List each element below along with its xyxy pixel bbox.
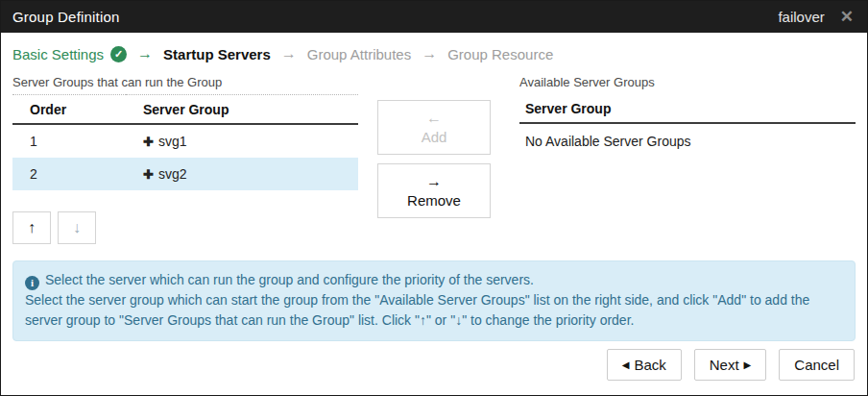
- move-down-button[interactable]: ↓: [58, 211, 96, 244]
- server-group-name: svg2: [158, 166, 187, 182]
- left-panel-label: Server Groups that can run the Group: [12, 75, 358, 89]
- no-available-groups-text: No Available Server Groups: [519, 124, 856, 149]
- arrow-up-icon: ↑: [28, 219, 36, 236]
- info-box: iSelect the server which can run the gro…: [12, 260, 856, 341]
- info-line-1: iSelect the server which can run the gro…: [25, 270, 843, 290]
- cancel-button[interactable]: Cancel: [779, 349, 855, 381]
- back-button-label: Back: [634, 357, 665, 373]
- close-icon[interactable]: ✕: [840, 9, 854, 25]
- dialog-title: Group Definition: [12, 9, 778, 25]
- column-header-order: Order: [12, 95, 126, 125]
- step-startup-servers: Startup Servers: [163, 46, 271, 62]
- info-text-1: Select the server which can run the grou…: [45, 272, 534, 287]
- next-button-label: Next: [710, 357, 739, 373]
- triangle-right-icon: ▶: [744, 359, 752, 370]
- step-arrow-icon: →: [422, 45, 437, 62]
- step-basic-settings-label: Basic Settings: [12, 46, 104, 62]
- arrow-down-icon: ↓: [73, 219, 81, 236]
- group-definition-dialog: Group Definition failover ✕ Basic Settin…: [0, 0, 868, 396]
- server-groups-table: Order Server Group 1 ✚svg1 2 ✚svg2: [12, 94, 358, 190]
- info-icon: i: [25, 276, 39, 290]
- step-group-attributes: Group Attributes: [307, 46, 411, 62]
- row-order: 2: [12, 158, 126, 190]
- transfer-buttons: ← Add → Remove: [377, 75, 491, 244]
- check-circle-icon: ✓: [110, 46, 127, 62]
- step-group-resource: Group Resource: [447, 46, 553, 62]
- table-header-row: Order Server Group: [12, 95, 358, 125]
- cancel-button-label: Cancel: [794, 357, 839, 373]
- table-row[interactable]: 2 ✚svg2: [12, 158, 358, 190]
- row-server-group: ✚svg1: [126, 124, 358, 158]
- step-arrow-icon: →: [137, 45, 153, 62]
- titlebar: Group Definition failover ✕: [1, 1, 867, 33]
- main-content: Server Groups that can run the Group Ord…: [1, 71, 867, 244]
- arrow-right-icon: →: [426, 171, 442, 192]
- priority-order-buttons: ↑ ↓: [12, 211, 358, 244]
- arrow-left-icon: ←: [426, 108, 442, 129]
- add-button-label: Add: [422, 128, 447, 147]
- column-header-server-group: Server Group: [126, 95, 358, 125]
- add-button[interactable]: ← Add: [377, 100, 491, 155]
- move-up-button[interactable]: ↑: [12, 211, 51, 244]
- plus-icon: ✚: [143, 135, 154, 149]
- info-line-2: Select the server group which can start …: [25, 290, 843, 331]
- server-group-name: svg1: [158, 134, 187, 149]
- right-panel-label: Available Server Groups: [519, 75, 856, 89]
- row-server-group: ✚svg2: [126, 158, 358, 190]
- startup-server-groups-panel: Server Groups that can run the Group Ord…: [12, 75, 358, 244]
- back-button[interactable]: ◀ Back: [607, 349, 682, 381]
- step-arrow-icon: →: [281, 45, 297, 62]
- failover-context-label: failover: [778, 9, 824, 25]
- available-server-groups-panel: Available Server Groups Server Group No …: [519, 75, 856, 244]
- column-header-available-server-group: Server Group: [519, 94, 856, 124]
- remove-button-label: Remove: [407, 191, 461, 210]
- remove-button[interactable]: → Remove: [377, 163, 491, 218]
- step-basic-settings[interactable]: Basic Settings ✓: [12, 46, 127, 62]
- triangle-left-icon: ◀: [622, 359, 630, 370]
- row-order: 1: [12, 124, 126, 158]
- next-button[interactable]: Next ▶: [694, 349, 767, 381]
- footer-buttons: ◀ Back Next ▶ Cancel: [1, 349, 867, 395]
- plus-icon: ✚: [143, 167, 154, 182]
- wizard-steps: Basic Settings ✓ → Startup Servers → Gro…: [1, 33, 867, 71]
- table-row[interactable]: 1 ✚svg1: [12, 124, 358, 158]
